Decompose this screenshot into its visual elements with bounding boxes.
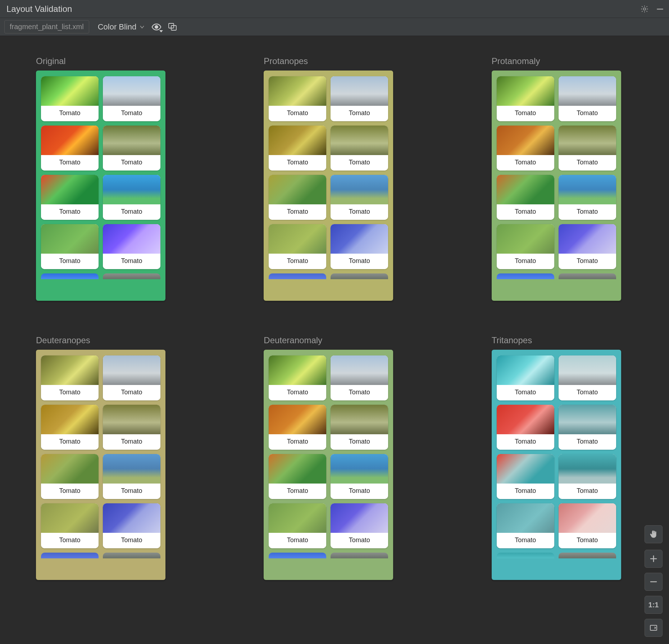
file-chip[interactable]: fragment_plant_list.xml [4,20,89,33]
plant-card[interactable]: Tomato [103,355,160,400]
plant-card[interactable]: Tomato [497,224,554,269]
plant-card[interactable]: Tomato [497,126,554,171]
plant-card[interactable]: Tomato [103,126,160,171]
card-label: Tomato [497,484,554,499]
plant-card[interactable]: Tomato [269,175,326,220]
device-preview[interactable]: TomatoTomatoTomatoTomatoTomatoTomatoToma… [36,71,165,301]
preview-slot: DeuteranomalyTomatoTomatoTomatoTomatoTom… [264,335,405,580]
plant-card[interactable]: Tomato [41,126,99,171]
plant-card[interactable]: Tomato [559,76,616,121]
device-preview[interactable]: TomatoTomatoTomatoTomatoTomatoTomatoToma… [492,350,621,580]
card-thumbnail [497,224,554,254]
card-thumbnail [559,126,616,155]
plant-card[interactable]: Tomato [331,355,388,400]
zoom-fit-button[interactable] [645,619,663,637]
plant-card[interactable]: Tomato [41,454,99,499]
titlebar-actions [640,4,665,14]
card-label: Tomato [331,533,388,548]
mode-dropdown[interactable]: Color Blind [96,21,147,33]
card-thumbnail [103,224,160,254]
peek-row [497,273,616,279]
plant-card[interactable]: Tomato [269,454,326,499]
plant-card[interactable]: Tomato [103,405,160,450]
preview-label: Tritanopes [492,335,633,345]
card-label: Tomato [331,484,388,499]
card-thumbnail [41,355,99,385]
plant-card[interactable]: Tomato [269,126,326,171]
plant-card[interactable]: Tomato [331,224,388,269]
card-label: Tomato [269,484,326,499]
plant-card[interactable]: Tomato [269,405,326,450]
card-grid: TomatoTomatoTomatoTomatoTomatoTomatoToma… [269,76,388,269]
card-thumbnail [559,224,616,254]
plant-card[interactable]: Tomato [103,76,160,121]
plant-card[interactable]: Tomato [331,454,388,499]
zoom-out-button[interactable] [645,573,663,591]
plant-card[interactable]: Tomato [41,224,99,269]
plant-card[interactable]: Tomato [331,175,388,220]
plant-card[interactable]: Tomato [497,405,554,450]
gear-icon[interactable] [640,5,649,13]
plant-card[interactable]: Tomato [559,454,616,499]
card-label: Tomato [331,385,388,400]
plant-card[interactable]: Tomato [41,76,99,121]
plant-card[interactable]: Tomato [331,126,388,171]
card-grid: TomatoTomatoTomatoTomatoTomatoTomatoToma… [497,76,616,269]
card-label: Tomato [41,434,99,450]
card-label: Tomato [269,385,326,400]
plant-card[interactable]: Tomato [269,76,326,121]
plant-card[interactable]: Tomato [331,405,388,450]
plant-card[interactable]: Tomato [497,175,554,220]
card-peek [497,273,554,279]
card-label: Tomato [497,434,554,450]
device-preview[interactable]: TomatoTomatoTomatoTomatoTomatoTomatoToma… [36,350,165,580]
plant-card[interactable]: Tomato [559,175,616,220]
preview-label: Protanomaly [492,56,633,66]
plant-card[interactable]: Tomato [497,355,554,400]
plant-card[interactable]: Tomato [103,503,160,548]
peek-row [41,273,160,279]
card-label: Tomato [497,106,554,121]
peek-row [269,273,388,279]
plant-card[interactable]: Tomato [269,355,326,400]
eye-icon[interactable] [151,23,161,31]
card-thumbnail [41,76,99,106]
plant-card[interactable]: Tomato [559,126,616,171]
plant-card[interactable]: Tomato [331,503,388,548]
card-label: Tomato [269,106,326,121]
plant-card[interactable]: Tomato [103,224,160,269]
card-label: Tomato [559,204,616,220]
plant-card[interactable]: Tomato [103,175,160,220]
device-preview[interactable]: TomatoTomatoTomatoTomatoTomatoTomatoToma… [264,350,393,580]
device-preview[interactable]: TomatoTomatoTomatoTomatoTomatoTomatoToma… [264,71,393,301]
copy-stack-icon[interactable] [168,23,177,31]
card-label: Tomato [41,204,99,220]
plant-card[interactable]: Tomato [559,224,616,269]
plant-card[interactable]: Tomato [559,405,616,450]
card-thumbnail [103,355,160,385]
card-peek [269,273,326,279]
device-preview[interactable]: TomatoTomatoTomatoTomatoTomatoTomatoToma… [492,71,621,301]
plant-card[interactable]: Tomato [497,454,554,499]
card-label: Tomato [497,155,554,171]
plant-card[interactable]: Tomato [41,355,99,400]
plant-card[interactable]: Tomato [497,503,554,548]
zoom-in-button[interactable] [645,550,663,568]
plant-card[interactable]: Tomato [497,76,554,121]
plant-card[interactable]: Tomato [41,503,99,548]
zoom-actual-button[interactable]: 1:1 [645,596,663,614]
plant-card[interactable]: Tomato [559,503,616,548]
preview-canvas[interactable]: OriginalTomatoTomatoTomatoTomatoTomatoTo… [0,36,669,644]
plant-card[interactable]: Tomato [331,76,388,121]
plant-card[interactable]: Tomato [269,503,326,548]
plant-card[interactable]: Tomato [559,355,616,400]
plant-card[interactable]: Tomato [269,224,326,269]
plant-card[interactable]: Tomato [41,175,99,220]
pan-button[interactable] [645,525,663,543]
plant-card[interactable]: Tomato [103,454,160,499]
plant-card[interactable]: Tomato [41,405,99,450]
card-label: Tomato [559,434,616,450]
card-thumbnail [331,503,388,533]
minimize-icon[interactable] [655,4,665,14]
card-label: Tomato [103,106,160,121]
